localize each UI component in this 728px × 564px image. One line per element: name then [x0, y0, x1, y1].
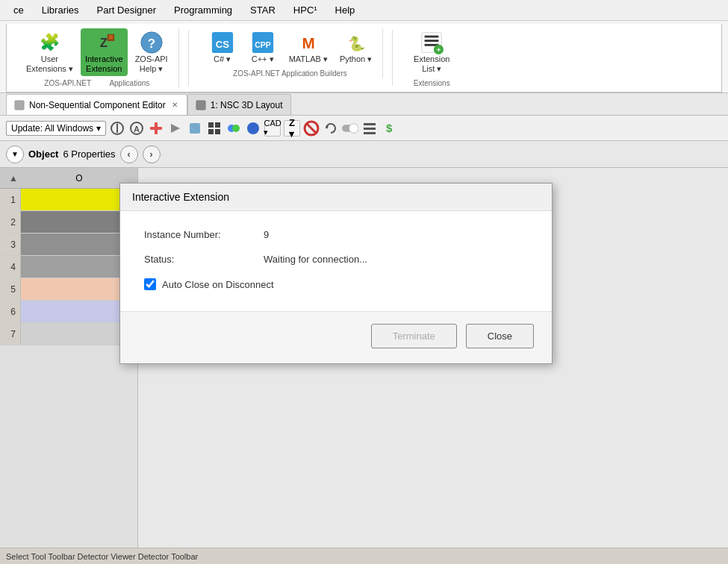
interactive-extension-icon: Z — [92, 31, 116, 54]
matlab-button[interactable]: M MATLAB ▾ — [284, 28, 332, 66]
auto-close-checkbox[interactable] — [144, 278, 156, 290]
matlab-label: MATLAB ▾ — [289, 54, 328, 64]
row-num-5: 5 — [0, 278, 21, 300]
tab-strip: Non-Sequential Component Editor ✕ 1: NSC… — [0, 93, 728, 116]
extension-list-icon: + — [420, 31, 444, 54]
python-button[interactable]: 🐍 Python ▾ — [335, 28, 376, 66]
ribbon-group-label-builders: ZOS-API.NET Application Builders — [233, 69, 347, 78]
ribbon-group-buttons-zosapi: 🧩 UserExtensions ▾ Z Interacti — [22, 28, 172, 76]
close-button[interactable]: Close — [466, 324, 534, 348]
svg-rect-43 — [364, 128, 376, 130]
svg-text:+: + — [437, 46, 441, 54]
svg-text:🐍: 🐍 — [347, 35, 365, 52]
dialog-footer: Terminate Close — [120, 311, 552, 363]
toolbar-icon-5[interactable] — [187, 120, 203, 137]
tab-close-nsc[interactable]: ✕ — [170, 100, 179, 110]
zos-api-help-label: ZOS-APIHelp ▾ — [135, 54, 168, 74]
z-dropdown-icon[interactable]: Z ▾ — [284, 120, 300, 137]
table-row[interactable]: 4 — [0, 256, 137, 278]
status-field: Status: Waiting for connection... — [144, 254, 528, 265]
svg-rect-42 — [364, 123, 376, 125]
zos-api-help-button[interactable]: ? ZOS-APIHelp ▾ — [131, 28, 172, 76]
svg-text:M: M — [302, 34, 314, 51]
svg-rect-28 — [155, 122, 158, 134]
row-num-6: 6 — [0, 301, 21, 322]
toolbar-icon-3[interactable] — [148, 120, 164, 137]
svg-rect-17 — [425, 40, 439, 42]
svg-rect-21 — [15, 101, 24, 110]
ribbon-group-zosapi: 🧩 UserExtensions ▾ Z Interacti — [16, 28, 179, 87]
toolbar-icon-8[interactable] — [245, 120, 261, 137]
tab-icon-3d — [196, 100, 206, 110]
user-extensions-button[interactable]: 🧩 UserExtensions ▾ — [22, 28, 78, 76]
svg-point-36 — [247, 122, 259, 134]
python-icon: 🐍 — [344, 31, 368, 54]
csharp-icon: CS — [211, 31, 234, 54]
properties-label: 6 Properties — [63, 148, 115, 160]
svg-rect-33 — [215, 129, 220, 134]
dialog-title-bar: Interactive Extension — [120, 184, 552, 211]
row-num-4: 4 — [0, 256, 21, 278]
csharp-button[interactable]: CS C# ▾ — [204, 28, 241, 66]
menu-item-part-designer[interactable]: Part Designer — [90, 1, 164, 19]
toggle-icon[interactable] — [342, 120, 358, 137]
sort-icon[interactable]: ▲ — [3, 173, 24, 184]
ribbon-separator-2 — [392, 30, 393, 86]
ribbon-separator-1 — [188, 30, 189, 86]
table-row[interactable]: 7 — [0, 323, 137, 345]
menu-item-ce[interactable]: ce — [6, 1, 31, 19]
money-icon[interactable]: $ — [381, 120, 397, 137]
status-label: Status: — [144, 254, 264, 265]
svg-rect-44 — [364, 132, 376, 134]
cpp-icon: CPP — [251, 31, 275, 54]
table-row[interactable]: 2 — [0, 211, 137, 234]
instance-number-value: 9 — [264, 229, 269, 240]
toolbar-icon-2[interactable]: A — [128, 120, 145, 137]
toolbar-icon-1[interactable] — [109, 120, 125, 137]
puzzle-icon: 🧩 — [37, 31, 61, 54]
toolbar-icon-6[interactable] — [206, 120, 223, 137]
menu-item-star[interactable]: STAR — [243, 1, 283, 19]
menu-item-help[interactable]: Help — [328, 1, 363, 19]
help-icon: ? — [140, 31, 164, 54]
menu-item-libraries[interactable]: Libraries — [34, 1, 87, 19]
no-icon[interactable] — [303, 120, 320, 137]
terminate-button[interactable]: Terminate — [371, 324, 457, 348]
tab-nsc-3d[interactable]: 1: NSC 3D Layout — [187, 94, 291, 115]
menu-item-hpc[interactable]: HPC¹ — [286, 1, 325, 19]
dialog-body: Instance Number: 9 Status: Waiting for c… — [120, 211, 552, 311]
extension-list-button[interactable]: + ExtensionList ▾ — [409, 28, 454, 76]
refresh-icon[interactable] — [323, 120, 339, 137]
nav-next-button[interactable]: › — [143, 145, 161, 163]
svg-text:?: ? — [147, 37, 155, 51]
table-row[interactable]: 6 — [0, 301, 137, 323]
table-row[interactable]: 1 — [0, 189, 137, 211]
menu-item-programming[interactable]: Programming — [167, 1, 240, 19]
auto-close-label: Auto Close on Disconnect — [162, 279, 274, 290]
list-icon[interactable] — [361, 120, 378, 137]
svg-rect-3 — [109, 36, 113, 37]
main-area: ▲ O 1 2 3 4 5 6 7 — [0, 168, 728, 562]
row-num-7: 7 — [0, 323, 21, 345]
cad-dropdown-icon[interactable]: CAD ▾ — [264, 120, 281, 137]
ribbon-group-buttons-extensions: + ExtensionList ▾ — [409, 28, 454, 76]
toolbar-icon-4[interactable] — [167, 120, 184, 137]
table-row[interactable]: 5 — [0, 278, 137, 301]
csharp-label: C# ▾ — [214, 54, 231, 64]
interactive-extension-button[interactable]: Z InteractiveExtension — [81, 28, 128, 76]
ribbon: 🧩 UserExtensions ▾ Z Interacti — [0, 21, 728, 93]
table-row[interactable]: 3 — [0, 234, 137, 256]
panel-collapse-button[interactable]: ▼ — [6, 145, 24, 163]
ribbon-group-label-zosapi: ZOS-API.NET Applications — [44, 79, 149, 87]
nav-prev-button[interactable]: ‹ — [120, 145, 138, 163]
column-header-o: O — [24, 173, 134, 184]
cpp-button[interactable]: CPP C++ ▾ — [244, 28, 281, 66]
toolbar-icon-7[interactable] — [225, 120, 242, 137]
status-bar: Select Tool Toolbar Detector Viewer Dete… — [0, 548, 728, 564]
tab-nsc-editor[interactable]: Non-Sequential Component Editor ✕ — [6, 94, 187, 115]
svg-line-38 — [306, 123, 317, 134]
matlab-icon: M — [296, 31, 320, 54]
update-all-windows-dropdown[interactable]: Update: All Windows ▾ — [6, 121, 106, 136]
update-dropdown-label: Update: All Windows — [11, 123, 93, 134]
svg-rect-30 — [208, 122, 214, 128]
